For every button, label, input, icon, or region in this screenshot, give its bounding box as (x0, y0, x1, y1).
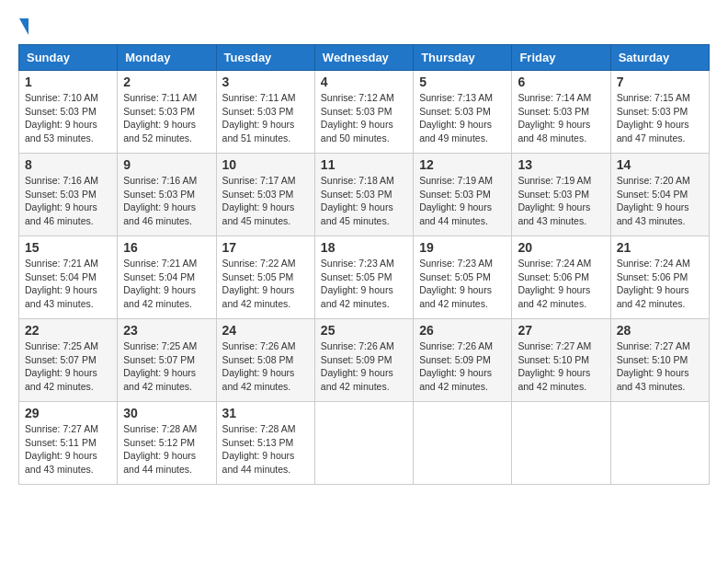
day-info: Sunrise: 7:13 AMSunset: 5:03 PMDaylight:… (419, 91, 506, 145)
day-info: Sunrise: 7:27 AMSunset: 5:10 PMDaylight:… (617, 339, 703, 394)
day-number: 19 (419, 240, 506, 255)
day-header-monday: Monday (118, 45, 216, 71)
calendar-cell: 16Sunrise: 7:21 AMSunset: 5:04 PMDayligh… (118, 236, 216, 319)
day-info: Sunrise: 7:28 AMSunset: 5:13 PMDaylight:… (222, 422, 309, 477)
day-number: 17 (222, 240, 309, 255)
day-info: Sunrise: 7:16 AMSunset: 5:03 PMDaylight:… (123, 174, 210, 228)
calendar-cell: 8Sunrise: 7:16 AMSunset: 5:03 PMDaylight… (19, 154, 118, 236)
calendar-cell: 26Sunrise: 7:26 AMSunset: 5:09 PMDayligh… (414, 319, 512, 402)
calendar-cell: 27Sunrise: 7:27 AMSunset: 5:10 PMDayligh… (512, 319, 610, 402)
calendar-cell: 13Sunrise: 7:19 AMSunset: 5:03 PMDayligh… (512, 154, 610, 236)
calendar-cell: 3Sunrise: 7:11 AMSunset: 5:03 PMDaylight… (216, 71, 314, 154)
day-number: 7 (617, 75, 703, 89)
day-number: 28 (617, 323, 703, 338)
day-number: 20 (518, 240, 604, 255)
day-number: 5 (419, 75, 506, 89)
day-info: Sunrise: 7:12 AMSunset: 5:03 PMDaylight:… (321, 91, 407, 145)
day-info: Sunrise: 7:19 AMSunset: 5:03 PMDaylight:… (518, 174, 604, 228)
day-info: Sunrise: 7:26 AMSunset: 5:09 PMDaylight:… (321, 339, 407, 394)
day-number: 11 (321, 157, 407, 172)
calendar-cell: 12Sunrise: 7:19 AMSunset: 5:03 PMDayligh… (414, 154, 512, 236)
calendar-cell (512, 402, 610, 485)
day-number: 31 (222, 406, 309, 420)
day-header-saturday: Saturday (610, 45, 709, 71)
day-info: Sunrise: 7:26 AMSunset: 5:08 PMDaylight:… (222, 339, 309, 394)
day-number: 18 (321, 240, 407, 255)
calendar-cell: 19Sunrise: 7:23 AMSunset: 5:05 PMDayligh… (414, 236, 512, 319)
day-info: Sunrise: 7:20 AMSunset: 5:04 PMDaylight:… (617, 174, 703, 228)
day-info: Sunrise: 7:11 AMSunset: 5:03 PMDaylight:… (222, 91, 309, 145)
calendar-cell: 31Sunrise: 7:28 AMSunset: 5:13 PMDayligh… (216, 402, 314, 485)
calendar-cell: 15Sunrise: 7:21 AMSunset: 5:04 PMDayligh… (19, 236, 118, 319)
calendar-cell: 21Sunrise: 7:24 AMSunset: 5:06 PMDayligh… (610, 236, 709, 319)
day-header-wednesday: Wednesday (314, 45, 413, 71)
calendar-table: SundayMondayTuesdayWednesdayThursdayFrid… (18, 44, 710, 485)
day-info: Sunrise: 7:28 AMSunset: 5:12 PMDaylight:… (123, 422, 210, 477)
day-info: Sunrise: 7:26 AMSunset: 5:09 PMDaylight:… (419, 339, 506, 394)
day-number: 13 (518, 157, 604, 172)
day-info: Sunrise: 7:11 AMSunset: 5:03 PMDaylight:… (123, 91, 210, 145)
calendar-week-row: 29Sunrise: 7:27 AMSunset: 5:11 PMDayligh… (19, 402, 710, 485)
calendar-cell: 2Sunrise: 7:11 AMSunset: 5:03 PMDaylight… (118, 71, 216, 154)
calendar-cell: 28Sunrise: 7:27 AMSunset: 5:10 PMDayligh… (610, 319, 709, 402)
calendar-cell: 1Sunrise: 7:10 AMSunset: 5:03 PMDaylight… (19, 71, 118, 154)
day-info: Sunrise: 7:24 AMSunset: 5:06 PMDaylight:… (518, 257, 604, 311)
day-number: 15 (25, 240, 111, 255)
day-info: Sunrise: 7:27 AMSunset: 5:10 PMDaylight:… (518, 339, 604, 394)
day-info: Sunrise: 7:15 AMSunset: 5:03 PMDaylight:… (617, 91, 703, 145)
calendar-cell: 5Sunrise: 7:13 AMSunset: 5:03 PMDaylight… (414, 71, 512, 154)
calendar-cell: 17Sunrise: 7:22 AMSunset: 5:05 PMDayligh… (216, 236, 314, 319)
calendar-cell: 23Sunrise: 7:25 AMSunset: 5:07 PMDayligh… (118, 319, 216, 402)
calendar-cell: 11Sunrise: 7:18 AMSunset: 5:03 PMDayligh… (314, 154, 413, 236)
calendar-cell: 14Sunrise: 7:20 AMSunset: 5:04 PMDayligh… (610, 154, 709, 236)
day-info: Sunrise: 7:22 AMSunset: 5:05 PMDaylight:… (222, 257, 309, 311)
day-number: 16 (123, 240, 210, 255)
calendar-cell: 4Sunrise: 7:12 AMSunset: 5:03 PMDaylight… (314, 71, 413, 154)
day-number: 9 (123, 157, 210, 172)
day-info: Sunrise: 7:10 AMSunset: 5:03 PMDaylight:… (25, 91, 111, 145)
day-number: 26 (419, 323, 506, 338)
day-header-friday: Friday (512, 45, 610, 71)
calendar-cell (610, 402, 709, 485)
calendar-cell: 22Sunrise: 7:25 AMSunset: 5:07 PMDayligh… (19, 319, 118, 402)
day-info: Sunrise: 7:25 AMSunset: 5:07 PMDaylight:… (25, 339, 111, 394)
day-number: 10 (222, 157, 309, 172)
day-number: 1 (25, 75, 111, 89)
day-header-sunday: Sunday (19, 45, 118, 71)
day-info: Sunrise: 7:21 AMSunset: 5:04 PMDaylight:… (123, 257, 210, 311)
day-number: 29 (25, 406, 111, 420)
day-number: 25 (321, 323, 407, 338)
day-info: Sunrise: 7:23 AMSunset: 5:05 PMDaylight:… (321, 257, 407, 311)
day-info: Sunrise: 7:18 AMSunset: 5:03 PMDaylight:… (321, 174, 407, 228)
calendar-week-row: 22Sunrise: 7:25 AMSunset: 5:07 PMDayligh… (19, 319, 710, 402)
header (18, 18, 710, 35)
calendar-cell (314, 402, 413, 485)
day-number: 21 (617, 240, 703, 255)
day-info: Sunrise: 7:25 AMSunset: 5:07 PMDaylight:… (123, 339, 210, 394)
day-number: 24 (222, 323, 309, 338)
calendar-cell: 18Sunrise: 7:23 AMSunset: 5:05 PMDayligh… (314, 236, 413, 319)
calendar-cell: 25Sunrise: 7:26 AMSunset: 5:09 PMDayligh… (314, 319, 413, 402)
calendar-cell: 30Sunrise: 7:28 AMSunset: 5:12 PMDayligh… (118, 402, 216, 485)
day-number: 6 (518, 75, 604, 89)
calendar-cell (414, 402, 512, 485)
day-number: 4 (321, 75, 407, 89)
day-header-thursday: Thursday (414, 45, 512, 71)
day-info: Sunrise: 7:24 AMSunset: 5:06 PMDaylight:… (617, 257, 703, 311)
day-number: 22 (25, 323, 111, 338)
calendar-week-row: 15Sunrise: 7:21 AMSunset: 5:04 PMDayligh… (19, 236, 710, 319)
day-number: 2 (123, 75, 210, 89)
logo-icon (19, 18, 28, 35)
day-number: 27 (518, 323, 604, 338)
day-info: Sunrise: 7:23 AMSunset: 5:05 PMDaylight:… (419, 257, 506, 311)
day-info: Sunrise: 7:16 AMSunset: 5:03 PMDaylight:… (25, 174, 111, 228)
day-info: Sunrise: 7:21 AMSunset: 5:04 PMDaylight:… (25, 257, 111, 311)
day-number: 12 (419, 157, 506, 172)
day-info: Sunrise: 7:14 AMSunset: 5:03 PMDaylight:… (518, 91, 604, 145)
calendar-cell: 20Sunrise: 7:24 AMSunset: 5:06 PMDayligh… (512, 236, 610, 319)
day-info: Sunrise: 7:17 AMSunset: 5:03 PMDaylight:… (222, 174, 309, 228)
calendar-cell: 24Sunrise: 7:26 AMSunset: 5:08 PMDayligh… (216, 319, 314, 402)
calendar-header-row: SundayMondayTuesdayWednesdayThursdayFrid… (19, 45, 710, 71)
logo (18, 18, 28, 35)
day-info: Sunrise: 7:19 AMSunset: 5:03 PMDaylight:… (419, 174, 506, 228)
